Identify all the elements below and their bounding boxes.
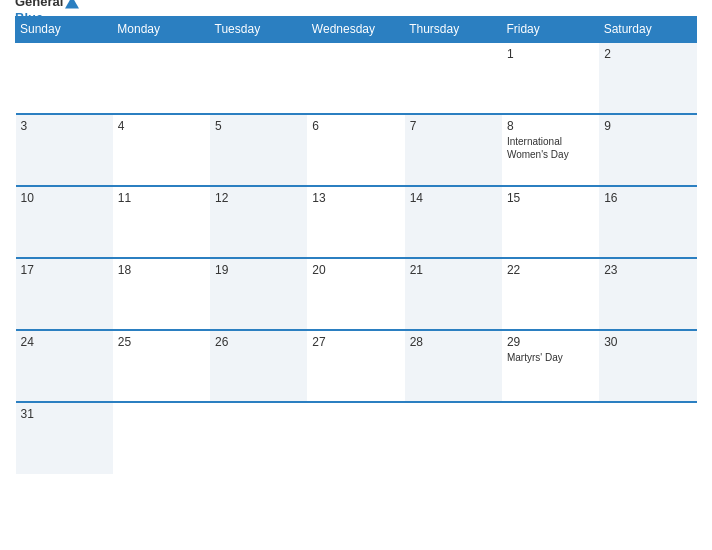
calendar-cell: 21 [405,258,502,330]
day-number: 20 [312,263,399,277]
day-number: 25 [118,335,205,349]
calendar-cell: 28 [405,330,502,402]
day-number: 18 [118,263,205,277]
calendar-cell: 1 [502,42,599,114]
calendar-cell [307,42,404,114]
calendar-cell: 27 [307,330,404,402]
calendar-cell: 13 [307,186,404,258]
day-header-tuesday: Tuesday [210,17,307,43]
calendar-cell: 6 [307,114,404,186]
week-row: 12 [16,42,697,114]
day-number: 27 [312,335,399,349]
day-number: 14 [410,191,497,205]
day-number: 5 [215,119,302,133]
day-number: 8 [507,119,594,133]
day-number: 7 [410,119,497,133]
calendar-table: SundayMondayTuesdayWednesdayThursdayFrid… [15,16,697,474]
day-number: 31 [21,407,108,421]
calendar-cell: 24 [16,330,113,402]
calendar-cell [502,402,599,474]
calendar-cell [16,42,113,114]
calendar-cell [210,42,307,114]
calendar-cell: 22 [502,258,599,330]
day-number: 2 [604,47,691,61]
calendar-cell: 31 [16,402,113,474]
calendar-cell: 9 [599,114,696,186]
day-number: 26 [215,335,302,349]
calendar-cell [405,42,502,114]
calendar-cell: 26 [210,330,307,402]
calendar-cell: 23 [599,258,696,330]
calendar-cell: 5 [210,114,307,186]
day-number: 22 [507,263,594,277]
calendar-cell: 19 [210,258,307,330]
calendar-cell: 30 [599,330,696,402]
holiday-label: International Women's Day [507,135,594,161]
day-number: 17 [21,263,108,277]
day-number: 9 [604,119,691,133]
day-number: 28 [410,335,497,349]
day-number: 13 [312,191,399,205]
calendar-cell: 12 [210,186,307,258]
calendar-cell: 16 [599,186,696,258]
calendar-cell: 7 [405,114,502,186]
calendar-cell [210,402,307,474]
day-number: 24 [21,335,108,349]
day-header-friday: Friday [502,17,599,43]
calendar-cell: 11 [113,186,210,258]
calendar-cell [307,402,404,474]
day-number: 30 [604,335,691,349]
week-row: 345678International Women's Day9 [16,114,697,186]
day-number: 11 [118,191,205,205]
calendar-cell [113,402,210,474]
week-row: 17181920212223 [16,258,697,330]
calendar-cell: 2 [599,42,696,114]
calendar-cell: 25 [113,330,210,402]
day-number: 12 [215,191,302,205]
week-row: 10111213141516 [16,186,697,258]
day-number: 21 [410,263,497,277]
calendar-cell: 20 [307,258,404,330]
calendar-cell: 3 [16,114,113,186]
calendar-cell [599,402,696,474]
day-number: 6 [312,119,399,133]
calendar-cell: 10 [16,186,113,258]
day-number: 10 [21,191,108,205]
day-number: 3 [21,119,108,133]
week-row: 242526272829Martyrs' Day30 [16,330,697,402]
calendar-cell: 15 [502,186,599,258]
day-number: 19 [215,263,302,277]
holiday-label: Martyrs' Day [507,351,594,364]
calendar-cell: 8International Women's Day [502,114,599,186]
day-header-saturday: Saturday [599,17,696,43]
week-row: 31 [16,402,697,474]
day-number: 23 [604,263,691,277]
day-header-wednesday: Wednesday [307,17,404,43]
day-number: 29 [507,335,594,349]
day-number: 1 [507,47,594,61]
calendar-cell: 18 [113,258,210,330]
calendar-cell [113,42,210,114]
calendar-cell [405,402,502,474]
logo: General Blue [15,0,79,26]
calendar-cell: 17 [16,258,113,330]
calendar-cell: 4 [113,114,210,186]
calendar-cell: 29Martyrs' Day [502,330,599,402]
days-header-row: SundayMondayTuesdayWednesdayThursdayFrid… [16,17,697,43]
calendar-cell: 14 [405,186,502,258]
day-number: 15 [507,191,594,205]
day-header-thursday: Thursday [405,17,502,43]
day-header-monday: Monday [113,17,210,43]
day-number: 4 [118,119,205,133]
day-number: 16 [604,191,691,205]
